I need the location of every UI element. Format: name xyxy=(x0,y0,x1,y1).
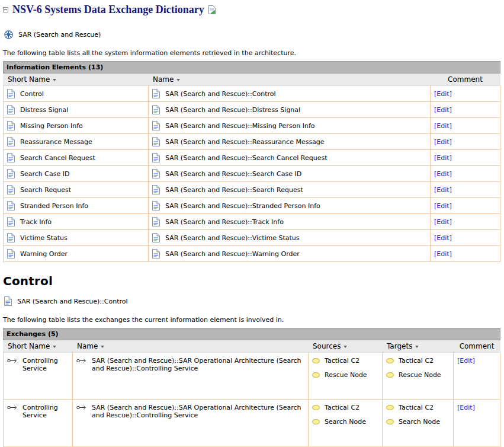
table-title-bar: Exchanges (5) xyxy=(4,328,500,340)
subject-label: SAR (Search and Rescue) xyxy=(18,31,101,39)
exchange-icon xyxy=(76,358,86,363)
performer-oval-icon xyxy=(386,419,394,424)
node-label: Tactical C2 xyxy=(325,357,359,365)
column-header-short-name[interactable]: Short Name xyxy=(4,74,149,86)
table-row: Stranded Person Info SAR (Search and Res… xyxy=(4,198,500,214)
edit-link[interactable]: [Edit] xyxy=(434,170,452,178)
table-row: Search Case ID SAR (Search and Rescue)::… xyxy=(4,166,500,182)
exchange-icon xyxy=(7,358,17,363)
target-node: Tactical C2 xyxy=(386,404,450,411)
table-row: Victime Status SAR (Search and Rescue)::… xyxy=(4,230,500,246)
element-short-name: Missing Person Info xyxy=(20,122,83,130)
exchange-name: SAR (Search and Rescue)::SAR Operational… xyxy=(92,357,304,372)
intro-text: The following table lists all the system… xyxy=(3,49,504,57)
node-label: Search Node xyxy=(399,418,440,426)
exchange-icon xyxy=(7,405,17,410)
document-icon xyxy=(7,201,15,210)
element-name: SAR (Search and Rescue)::Search Cancel R… xyxy=(165,154,328,162)
sort-chevron-icon xyxy=(176,79,180,81)
edit-link[interactable]: [Edit] xyxy=(434,106,452,114)
element-name: SAR (Search and Rescue)::Search Case ID xyxy=(165,170,301,178)
document-icon xyxy=(152,169,160,178)
document-icon xyxy=(7,153,15,162)
node-label: Search Node xyxy=(325,418,366,426)
document-icon xyxy=(152,201,160,210)
table-row: Reassurance Message SAR (Search and Resc… xyxy=(4,134,500,150)
element-short-name: Warning Order xyxy=(20,250,68,258)
sort-chevron-icon xyxy=(53,79,56,81)
edit-link[interactable]: [Edit] xyxy=(434,250,452,258)
edit-link[interactable]: [Edit] xyxy=(434,122,452,130)
node-label: Rescue Node xyxy=(399,371,441,379)
table-title: Information Elements (13) xyxy=(4,62,500,74)
column-header-label: Sources xyxy=(313,342,341,350)
document-icon xyxy=(152,233,160,242)
edit-link[interactable]: [Edit] xyxy=(434,218,452,226)
target-node: Rescue Node xyxy=(386,371,450,379)
target-node: Search Node xyxy=(386,418,450,426)
table-row: Control SAR (Search and Rescue)::Control… xyxy=(4,86,500,102)
element-name: SAR (Search and Rescue)::Warning Order xyxy=(165,250,300,258)
node-label: Rescue Node xyxy=(325,371,367,379)
performer-oval-icon xyxy=(386,405,394,410)
element-short-name: Search Request xyxy=(20,186,71,194)
column-header-name[interactable]: Name xyxy=(73,340,309,353)
column-header-targets[interactable]: Targets xyxy=(383,340,454,353)
exchange-short-name: Controlling Service xyxy=(23,404,69,419)
element-short-name: Distress Signal xyxy=(20,106,68,114)
edit-link[interactable]: [Edit] xyxy=(434,202,452,210)
performer-oval-icon xyxy=(386,358,394,363)
control-subject-line: SAR (Search and Rescue)::Control xyxy=(4,296,504,306)
document-icon xyxy=(7,105,15,114)
collapse-icon[interactable] xyxy=(3,7,8,12)
document-icon xyxy=(7,137,15,146)
column-header-name[interactable]: Name xyxy=(149,74,431,86)
section-heading-control: Control xyxy=(3,274,504,288)
performer-oval-icon xyxy=(386,372,394,378)
edit-link[interactable]: [Edit] xyxy=(434,186,452,194)
table-row: Warning Order SAR (Search and Rescue)::W… xyxy=(4,246,500,262)
exchange-name: SAR (Search and Rescue)::SAR Operational… xyxy=(92,404,304,419)
performer-oval-icon xyxy=(312,372,320,378)
column-header-label: Short Name xyxy=(8,75,50,84)
document-icon xyxy=(7,169,15,178)
source-node: Rescue Node xyxy=(312,371,378,379)
table-row: Distress Signal SAR (Search and Rescue):… xyxy=(4,102,500,118)
column-header-sources[interactable]: Sources xyxy=(309,340,383,353)
edit-link[interactable]: [Edit] xyxy=(457,404,475,411)
report-page-icon[interactable] xyxy=(208,5,216,16)
target-node: Tactical C2 xyxy=(386,357,450,365)
document-icon xyxy=(7,217,15,226)
table-row: Missing Person Info SAR (Search and Resc… xyxy=(4,118,500,134)
element-short-name: Control xyxy=(20,90,44,98)
document-icon xyxy=(152,249,160,258)
document-icon xyxy=(7,121,15,130)
edit-link[interactable]: [Edit] xyxy=(434,234,452,242)
column-header-label: Targets xyxy=(387,342,412,350)
table-title: Exchanges (5) xyxy=(4,328,500,340)
edit-link[interactable]: [Edit] xyxy=(457,357,475,365)
element-short-name: Reassurance Message xyxy=(20,138,92,146)
element-name: SAR (Search and Rescue)::Victime Status xyxy=(165,234,300,242)
element-name: SAR (Search and Rescue)::Reassurance Mes… xyxy=(165,138,325,146)
column-header-short-name[interactable]: Short Name xyxy=(4,340,73,353)
document-icon xyxy=(152,153,160,162)
document-icon xyxy=(7,185,15,194)
exchanges-table: Exchanges (5) Short Name Name Sources Ta… xyxy=(3,328,500,447)
edit-link[interactable]: [Edit] xyxy=(434,138,452,146)
sort-chevron-icon xyxy=(344,346,347,348)
element-short-name: Search Cancel Request xyxy=(20,154,95,162)
compass-icon xyxy=(4,30,13,39)
column-header-comment: Comment xyxy=(431,74,500,86)
document-icon xyxy=(152,105,160,114)
document-icon xyxy=(152,217,160,226)
performer-oval-icon xyxy=(312,419,320,424)
element-name: SAR (Search and Rescue)::Search Request xyxy=(165,186,303,194)
document-icon xyxy=(7,89,15,98)
element-name: SAR (Search and Rescue)::Control xyxy=(165,90,276,98)
sort-chevron-icon xyxy=(415,346,419,348)
edit-link[interactable]: [Edit] xyxy=(434,90,452,98)
column-header-label: Name xyxy=(153,75,174,84)
edit-link[interactable]: [Edit] xyxy=(434,154,452,162)
element-name: SAR (Search and Rescue)::Stranded Person… xyxy=(165,202,320,210)
